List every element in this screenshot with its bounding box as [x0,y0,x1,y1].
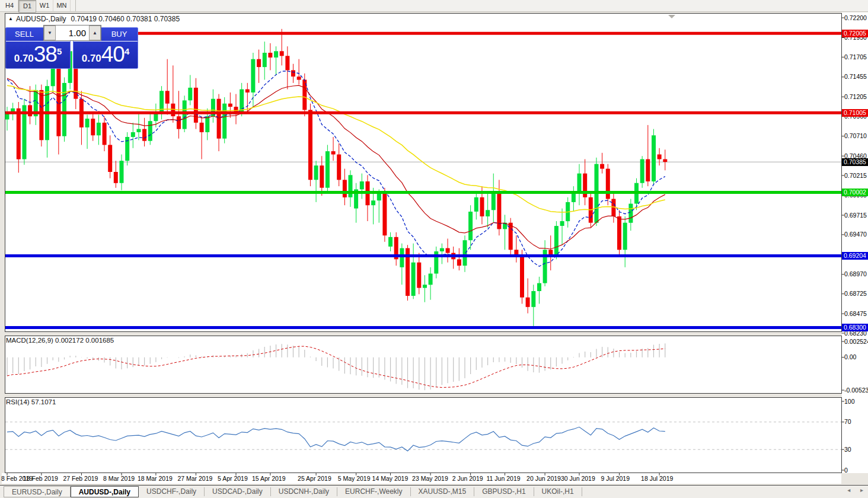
price-axis-label: 0.71705 [844,53,867,61]
price-axis-label: 0.69470 [844,231,867,238]
timeframe-button-d1[interactable]: D1 [18,0,36,12]
macd-indicator-label: MACD(12,26,9) 0.002172 0.001685 [6,337,114,344]
price-axis-label: 0.71205 [844,93,867,101]
volume-spinner: ▼ 1.00 ▲ [43,25,101,41]
date-axis-label: 23 May 2019 [412,475,448,482]
sell-price-base: 0.70 [14,53,34,65]
volume-input[interactable]: 1.00 [56,25,89,40]
volume-decrease-button[interactable]: ▼ [44,25,56,40]
price-axis-label: 0.68970 [844,270,867,278]
rsi-name: RSI(14) [6,398,30,406]
timeframe-button-h4[interactable]: H4 [1,0,18,11]
macd-pane [5,336,842,394]
rsi-pane [5,398,842,473]
rsi-axis-label: 70 [844,418,851,426]
tab-usdcad-daily[interactable]: USDCAD-,Daily [205,487,271,496]
rsi-axis-label: 0 [844,467,848,474]
buy-price-big: 40 [101,43,125,66]
date-axis-label: 5 May 2019 [338,475,371,482]
sell-button[interactable]: SELL [6,28,43,41]
price-axis-label: 0.72200 [844,14,867,22]
buy-button[interactable]: BUY [101,28,138,41]
chart-symbol-label: AUDUSD-,Daily [16,15,66,23]
macd-axis-label: 0.00 [844,353,856,361]
date-axis-label: 18 Mar 2019 [138,475,173,482]
price-axis-label: 0.69715 [844,212,867,219]
tab-scroll-nav: ◂ ▸ [839,487,863,493]
date-axis-label: 14 May 2019 [372,475,409,482]
date-axis-label: 30 Jun 2019 [561,475,595,482]
current-price-tag: 0.70385 [842,158,868,166]
date-axis-label: 18 Jul 2019 [641,475,673,482]
collapse-arrow-icon[interactable]: ▲ [8,16,13,21]
tab-xauusd-m15[interactable]: XAUUSD-,M15 [411,487,475,496]
price-level-tag: 0.68300 [842,324,868,331]
chart-title: ▲AUDUSD-,Daily0.70419 0.70460 0.70381 0.… [8,15,180,23]
price-level-tag: 0.69204 [842,252,868,260]
price-level-tag: 0.70002 [842,189,868,196]
rsi-indicator-label: RSI(14) 57.1071 [6,398,56,406]
date-axis-label: 27 Mar 2019 [177,475,212,482]
buy-price[interactable]: 0.70 40 4 [74,42,138,69]
rsi-axis-label: 30 [844,446,851,454]
timeframe-toolbar: H4D1W1MN [0,0,868,12]
price-axis-label: 0.68475 [844,310,867,318]
chart-tab-bar: EURUSD-,DailyAUDUSD-,DailyUSDCHF-,DailyU… [0,485,868,498]
rsi-axis-label: 100 [844,398,855,406]
date-axis-label: 5 Apr 2019 [218,475,248,482]
buy-price-base: 0.70 [82,53,101,65]
tab-ukoil-h1[interactable]: UKOil-,H1 [534,487,582,496]
rsi-value: 57.1071 [31,398,56,406]
tab-scroll-right-button[interactable]: ▸ [860,487,863,493]
volume-increase-button[interactable]: ▲ [89,25,101,40]
buy-price-sup: 4 [125,46,129,56]
date-axis-label: 8 Mar 2019 [103,475,135,482]
timeframe-button-mn[interactable]: MN [53,0,71,11]
price-axis-label: 0.71455 [844,73,867,81]
chart-canvas[interactable] [0,0,868,498]
sell-price-big: 38 [34,43,57,66]
price-axis-label: 0.70215 [844,172,867,180]
tab-eurchf-weekly[interactable]: EURCHF-,Weekly [337,487,410,496]
macd-name: MACD(12,26,9) [6,337,53,344]
timeframe-button-w1[interactable]: W1 [36,0,53,11]
date-axis-label: 27 Feb 2019 [63,475,98,482]
date-axis-label: 11 Jun 2019 [487,475,521,482]
tab-eurusd-daily[interactable]: EURUSD-,Daily [4,486,71,497]
date-axis-label: 15 Apr 2019 [252,475,286,482]
toolbar-separator [75,0,76,11]
tab-usdcnh-daily[interactable]: USDCNH-,Daily [271,487,337,496]
sell-price-sup: 5 [57,46,62,56]
macd-axis-label: 0.002524 [844,338,868,346]
price-axis-label: 0.70710 [844,132,867,140]
macd-values: 0.002172 0.001685 [55,337,114,344]
sell-price[interactable]: 0.70 38 5 [6,42,70,69]
date-axis-label: 2 Jun 2019 [452,475,483,482]
tab-usdchf-daily[interactable]: USDCHF-,Daily [139,487,205,496]
price-level-tag: 0.72005 [842,30,868,37]
macd-axis-label: -0.005234 [844,387,868,394]
tab-scroll-left-button[interactable]: ◂ [847,487,850,493]
tab-gbpusd-h1[interactable]: GBPUSD-,H1 [474,487,534,496]
date-axis: 8 Feb 201918 Feb 201927 Feb 20198 Mar 20… [0,473,842,484]
one-click-trading-panel: SELL 0.70 38 5 BUY 0.70 40 4 ▼ 1.00 ▲ [5,25,139,70]
date-axis-label: 25 Apr 2019 [298,475,331,482]
date-axis-label: 9 Jul 2019 [601,475,630,482]
price-axis: 0.722000.719500.717050.714550.712050.709… [842,0,868,498]
date-axis-label: 20 Jun 2019 [526,475,561,482]
date-axis-label: 18 Feb 2019 [23,475,58,482]
price-level-tag: 0.71005 [842,109,868,117]
price-axis-label: 0.68725 [844,290,867,298]
tab-audusd-daily[interactable]: AUDUSD-,Daily [71,486,139,497]
chart-ohlc-values: 0.70419 0.70460 0.70381 0.70385 [71,15,180,23]
